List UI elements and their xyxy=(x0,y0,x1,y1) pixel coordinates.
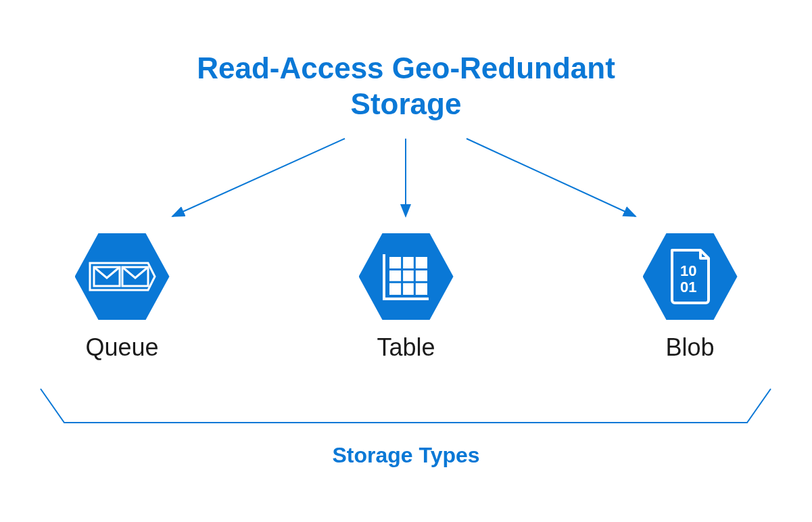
blob-icon: 10 01 xyxy=(667,247,714,306)
bracket-line xyxy=(41,389,771,423)
blob-hexagon: 10 01 xyxy=(643,233,738,320)
table-icon xyxy=(380,250,433,303)
svg-rect-4 xyxy=(389,257,427,295)
arrow-left xyxy=(172,139,345,216)
storage-item-queue: Queue xyxy=(68,233,176,362)
footer-label: Storage Types xyxy=(332,443,479,468)
queue-label: Queue xyxy=(85,333,158,362)
queue-hexagon xyxy=(75,233,170,320)
svg-text:10: 10 xyxy=(680,262,696,279)
title-line1: Read-Access Geo-Redundant xyxy=(197,51,615,85)
blob-label: Blob xyxy=(665,333,714,362)
diagram-title: Read-Access Geo-Redundant Storage xyxy=(197,51,615,122)
table-label: Table xyxy=(377,333,435,362)
storage-item-table: Table xyxy=(352,233,460,362)
table-hexagon xyxy=(359,233,454,320)
storage-item-blob: 10 01 Blob xyxy=(636,233,744,362)
svg-text:01: 01 xyxy=(680,279,696,295)
title-line2: Storage xyxy=(197,87,615,122)
arrow-right xyxy=(467,139,636,216)
queue-icon xyxy=(89,259,156,294)
storage-row: Queue Table 10 0 xyxy=(0,233,812,362)
